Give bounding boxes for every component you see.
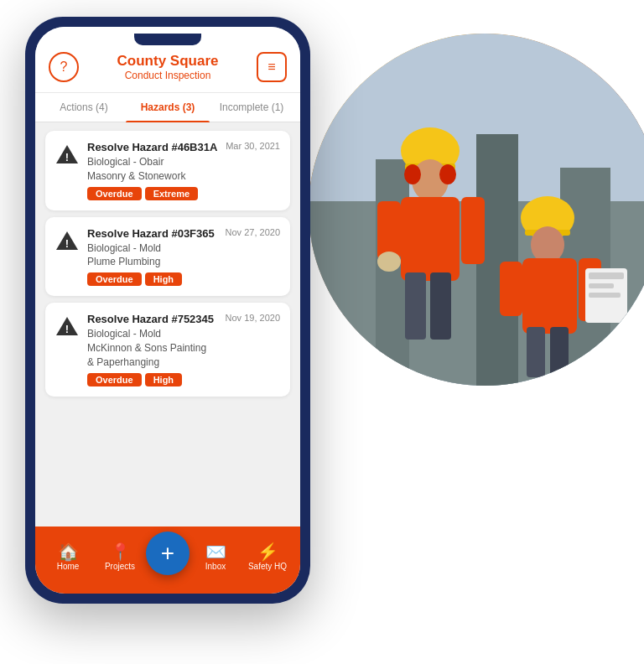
badge-extreme-1: Extreme	[145, 187, 198, 200]
svg-rect-22	[500, 262, 522, 316]
nav-home-label: Home	[57, 562, 80, 571]
svg-rect-25	[589, 272, 624, 279]
hazard-content-1: Resolve Hazard #46B31A Mar 30, 2021 Biol…	[87, 141, 280, 200]
nav-inbox[interactable]: ✉️ Inbox	[190, 543, 242, 571]
badge-overdue-2: Overdue	[87, 272, 142, 286]
svg-text:!: !	[65, 237, 69, 250]
svg-rect-21	[550, 327, 569, 377]
hazard-badges-3: Overdue High	[87, 373, 280, 386]
nav-projects-label: Projects	[105, 562, 135, 571]
hazard-card-3[interactable]: ! Resolve Hazard #752345 Nov 19, 2020 Bi…	[45, 303, 290, 396]
home-icon: 🏠	[58, 543, 79, 560]
svg-text:!: !	[65, 151, 69, 163]
badge-high-2: High	[145, 272, 182, 286]
hazard-date-1: Mar 30, 2021	[226, 141, 280, 151]
app-title: County Square	[86, 53, 250, 70]
svg-rect-19	[522, 258, 577, 334]
hazard-card-1[interactable]: ! Resolve Hazard #46B31A Mar 30, 2021 Bi…	[45, 131, 290, 210]
hazard-date-2: Nov 27, 2020	[226, 227, 280, 237]
nav-safety-label: Safety HQ	[248, 562, 287, 571]
svg-rect-12	[461, 197, 485, 264]
svg-rect-8	[401, 197, 460, 281]
hazard-badges-1: Overdue Extreme	[87, 187, 280, 200]
svg-point-13	[377, 252, 401, 272]
hazard-date-3: Nov 19, 2020	[226, 313, 280, 323]
hazard-title-3: Resolve Hazard #752345	[87, 313, 214, 325]
hazard-desc-3: Biological - MoldMcKinnon & Sons Paintin…	[87, 327, 280, 369]
background-circle	[309, 34, 644, 386]
hazard-content-3: Resolve Hazard #752345 Nov 19, 2020 Biol…	[87, 313, 280, 386]
fab-add-button[interactable]: +	[146, 532, 190, 575]
nav-projects[interactable]: 📍 Projects	[94, 543, 146, 571]
tab-actions[interactable]: Actions (4)	[42, 93, 126, 122]
svg-rect-27	[589, 293, 621, 298]
svg-rect-9	[405, 272, 426, 340]
hazard-desc-2: Biological - MoldPlume Plumbing	[87, 241, 280, 270]
hazard-badges-2: Overdue High	[87, 272, 280, 286]
phone-screen: ? County Square Conduct Inspection ≡ Act…	[35, 27, 300, 594]
header-title: County Square Conduct Inspection	[86, 53, 250, 81]
hazard-card-2[interactable]: ! Resolve Hazard #03F365 Nov 27, 2020 Bi…	[45, 217, 290, 297]
menu-icon[interactable]: ≡	[257, 52, 287, 82]
hazard-header-1: Resolve Hazard #46B31A Mar 30, 2021	[87, 141, 280, 153]
nav-safety-hq[interactable]: ⚡ Safety HQ	[242, 543, 293, 571]
workers-image	[309, 34, 644, 386]
svg-point-18	[531, 226, 564, 263]
tab-hazards[interactable]: Hazards (3)	[126, 93, 210, 122]
app-subtitle: Conduct Inspection	[86, 70, 250, 81]
bottom-nav: 🏠 Home 📍 Projects + ✉️ Inbox ⚡ Safety HQ	[35, 527, 300, 594]
svg-point-14	[404, 164, 421, 184]
tab-bar: Actions (4) Hazards (3) Incomplete (1)	[35, 93, 300, 122]
svg-rect-20	[527, 327, 545, 377]
phone-device: ? County Square Conduct Inspection ≡ Act…	[25, 17, 310, 604]
badge-high-3: High	[145, 373, 182, 386]
badge-overdue-3: Overdue	[87, 373, 142, 386]
svg-text:!: !	[65, 323, 69, 335]
hazard-content-2: Resolve Hazard #03F365 Nov 27, 2020 Biol…	[87, 227, 280, 287]
nav-inbox-label: Inbox	[205, 562, 226, 571]
hazard-title-1: Resolve Hazard #46B31A	[87, 141, 217, 153]
hazard-desc-1: Biological - ObairMasonry & Stonework	[87, 155, 280, 184]
nav-home[interactable]: 🏠 Home	[42, 543, 94, 571]
hazards-list: ! Resolve Hazard #46B31A Mar 30, 2021 Bi…	[35, 122, 300, 527]
svg-rect-11	[377, 201, 401, 260]
alert-icon-1: !	[55, 143, 79, 166]
hazard-header-3: Resolve Hazard #752345 Nov 19, 2020	[87, 313, 280, 325]
hazard-header-2: Resolve Hazard #03F365 Nov 27, 2020	[87, 227, 280, 240]
svg-rect-26	[589, 283, 614, 288]
plus-icon: +	[161, 540, 174, 567]
alert-icon-2: !	[55, 229, 79, 252]
tab-incomplete[interactable]: Incomplete (1)	[210, 93, 293, 122]
badge-overdue-1: Overdue	[87, 187, 142, 200]
svg-rect-10	[430, 272, 451, 340]
svg-point-15	[439, 164, 456, 184]
phone-wrapper: ? County Square Conduct Inspection ≡ Act…	[25, 17, 310, 604]
inbox-icon: ✉️	[205, 543, 226, 560]
hazard-title-2: Resolve Hazard #03F365	[87, 227, 215, 240]
help-icon[interactable]: ?	[49, 52, 79, 82]
alert-icon-3: !	[55, 314, 79, 338]
phone-notch	[134, 34, 201, 45]
safety-icon: ⚡	[257, 543, 278, 560]
location-icon: 📍	[110, 543, 131, 560]
